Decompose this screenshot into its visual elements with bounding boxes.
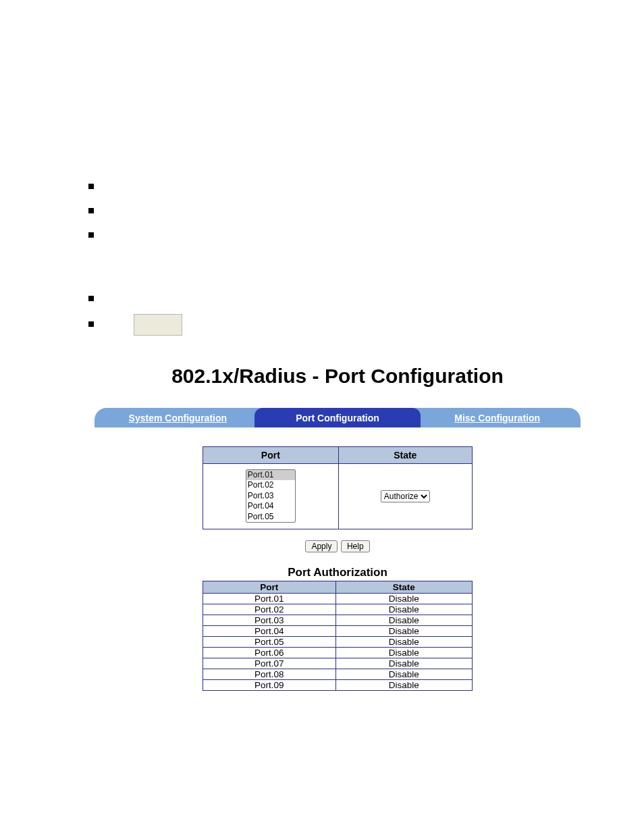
- config-state-header: State: [338, 447, 472, 464]
- page-title: 802.1x/Radius - Port Configuration: [95, 365, 581, 388]
- pa-port-cell: Port.09: [203, 679, 336, 690]
- tab-bar: System Configuration Port Configuration …: [95, 408, 581, 427]
- pa-port-cell: Port.03: [203, 615, 336, 625]
- port-option[interactable]: Port.04: [246, 501, 295, 511]
- bullet-icon: [88, 232, 94, 238]
- port-option[interactable]: Port.05: [246, 512, 295, 522]
- bullet-icon: [88, 321, 94, 327]
- table-row: Port.02Disable: [203, 604, 473, 615]
- tab-port-configuration[interactable]: Port Configuration: [254, 408, 421, 427]
- pa-header-port: Port: [203, 581, 336, 593]
- pa-state-cell: Disable: [336, 593, 472, 604]
- table-row: Port.04Disable: [203, 625, 473, 636]
- state-select[interactable]: Authorize: [381, 490, 430, 502]
- bullet-icon: [88, 184, 94, 189]
- tab-system-configuration[interactable]: System Configuration: [95, 408, 261, 427]
- table-row: Port.09Disable: [203, 679, 473, 690]
- port-option[interactable]: Port.01: [246, 470, 295, 480]
- table-row: Port.07Disable: [203, 658, 473, 669]
- port-auth-title: Port Authorization: [95, 566, 581, 579]
- pa-header-state: State: [336, 581, 472, 593]
- pa-state-cell: Disable: [336, 625, 472, 636]
- table-row: Port.08Disable: [203, 669, 473, 679]
- apply-button[interactable]: Apply: [305, 540, 338, 552]
- pa-port-cell: Port.06: [203, 647, 336, 658]
- config-table: Port State Port.01Port.02Port.03Port.04P…: [203, 446, 473, 529]
- help-button[interactable]: Help: [341, 540, 370, 552]
- pa-port-cell: Port.01: [203, 593, 336, 604]
- pa-state-cell: Disable: [336, 604, 472, 615]
- pa-port-cell: Port.02: [203, 604, 336, 615]
- bullet-icon: [88, 208, 94, 213]
- pa-state-cell: Disable: [336, 615, 472, 625]
- port-option[interactable]: Port.02: [246, 480, 295, 490]
- pa-port-cell: Port.08: [203, 669, 336, 679]
- table-row: Port.05Disable: [203, 636, 473, 647]
- port-auth-table: Port State Port.01DisablePort.02DisableP…: [203, 581, 473, 691]
- port-listbox[interactable]: Port.01Port.02Port.03Port.04Port.05: [246, 469, 296, 523]
- port-option[interactable]: Port.03: [246, 491, 295, 501]
- tab-misc-configuration[interactable]: Misc Configuration: [414, 408, 581, 427]
- pa-port-cell: Port.04: [203, 625, 336, 636]
- table-row: Port.01Disable: [203, 593, 473, 604]
- apply-small-button[interactable]: [134, 314, 182, 336]
- table-row: Port.06Disable: [203, 647, 473, 658]
- pa-port-cell: Port.05: [203, 636, 336, 647]
- pa-state-cell: Disable: [336, 647, 472, 658]
- bullet-icon: [88, 296, 94, 301]
- pa-state-cell: Disable: [336, 658, 472, 669]
- pa-state-cell: Disable: [336, 679, 472, 690]
- page: 802.1x/Radius - Port Configuration Syste…: [0, 0, 644, 834]
- pa-state-cell: Disable: [336, 669, 472, 679]
- table-row: Port.03Disable: [203, 615, 473, 625]
- pa-port-cell: Port.07: [203, 658, 336, 669]
- config-port-header: Port: [203, 447, 339, 464]
- pa-state-cell: Disable: [336, 636, 472, 647]
